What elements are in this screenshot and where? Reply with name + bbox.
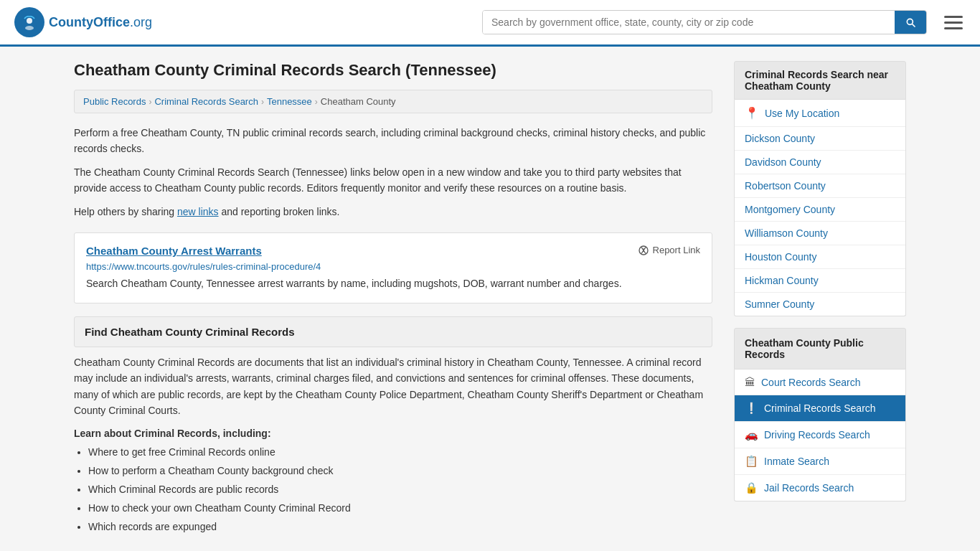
nearby-counties-list: 📍 Use My Location Dickson County Davidso… [734,100,906,316]
sidebar-link-court-records[interactable]: 🏛 Court Records Search [735,369,905,395]
menu-button[interactable] [941,13,966,32]
site-header: CountyOffice.org [0,0,980,47]
nearby-county-link[interactable]: Montgomery County [735,198,905,222]
inmate-icon: 📋 [745,455,758,468]
body-paragraph: Cheatham County Criminal Records are doc… [74,354,712,419]
breadcrumb: Public Records › Criminal Records Search… [74,90,712,113]
location-icon: 📍 [745,106,759,120]
report-link-button[interactable]: Report Link [638,245,700,256]
intro-paragraph-1: Perform a free Cheatham County, TN publi… [74,125,712,157]
sidebar-link-label: Criminal Records Search [764,402,876,414]
breadcrumb-sep: › [261,97,264,107]
list-item: Where to get free Criminal Records onlin… [88,445,712,460]
sidebar-link-label: Court Records Search [761,377,861,388]
breadcrumb-sep: › [149,97,151,107]
new-links-link[interactable]: new links [177,206,219,217]
public-records-section-title: Cheatham County Public Records [734,328,906,369]
svg-point-1 [27,18,32,24]
link-card-header: Cheatham County Arrest Warrants Report L… [86,245,700,257]
nearby-county-link[interactable]: Dickson County [735,127,905,151]
link-card-title[interactable]: Cheatham County Arrest Warrants [86,245,262,257]
breadcrumb-sep: › [315,97,318,107]
menu-line [944,27,963,29]
court-icon: 🏛 [745,376,755,388]
link-card: Cheatham County Arrest Warrants Report L… [74,232,712,303]
intro3-suffix: and reporting broken links. [219,206,340,217]
bullet-list: Where to get free Criminal Records onlin… [74,445,712,534]
nearby-county-link[interactable]: Davidson County [735,151,905,174]
report-link-label: Report Link [653,245,700,255]
intro-paragraph-2: The Cheatham County Criminal Records Sea… [74,164,712,197]
menu-line [944,16,963,18]
intro3-prefix: Help others by sharing [74,206,177,217]
sidebar-link-driving-records[interactable]: 🚗 Driving Records Search [735,422,905,448]
link-card-url[interactable]: https://www.tncourts.gov/rules/rules-cri… [86,261,700,272]
menu-line [944,22,963,24]
breadcrumb-tennessee[interactable]: Tennessee [267,96,312,107]
logo-text: CountyOffice.org [49,15,152,30]
nearby-county-link[interactable]: Houston County [735,245,905,269]
site-logo[interactable]: CountyOffice.org [14,7,152,37]
sidebar-link-inmate-search[interactable]: 📋 Inmate Search [735,448,905,475]
breadcrumb-current: Cheatham County [321,96,396,107]
svg-point-2 [25,26,34,30]
jail-icon: 🔒 [745,481,758,494]
sidebar-link-label: Inmate Search [764,456,829,467]
sidebar-link-label: Jail Records Search [764,482,854,494]
search-button[interactable] [895,11,926,34]
search-bar [482,10,927,34]
logo-icon [14,7,44,37]
list-item: How to perform a Cheatham County backgro… [88,463,712,479]
search-input[interactable] [483,11,895,34]
report-icon [638,245,649,256]
nearby-county-link[interactable]: Hickman County [735,269,905,293]
sidebar-link-jail-records[interactable]: 🔒 Jail Records Search [735,475,905,501]
learn-heading: Learn about Criminal Records, including: [74,428,712,439]
use-location-button[interactable]: 📍 Use My Location [735,100,905,127]
breadcrumb-criminal-records[interactable]: Criminal Records Search [154,96,258,107]
nearby-county-link[interactable]: Robertson County [735,174,905,198]
intro-paragraph-3: Help others by sharing new links and rep… [74,204,712,220]
sidebar-link-criminal-records[interactable]: ❕ Criminal Records Search [735,395,905,422]
page-title: Cheatham County Criminal Records Search … [74,61,712,80]
section-heading: Find Cheatham County Criminal Records [74,316,712,347]
link-card-desc: Search Cheatham County, Tennessee arrest… [86,276,700,291]
driving-icon: 🚗 [745,428,758,441]
breadcrumb-public-records[interactable]: Public Records [83,96,146,107]
use-location-label: Use My Location [765,108,839,119]
main-content: Cheatham County Criminal Records Search … [74,61,712,538]
nearby-county-link[interactable]: Sumner County [735,293,905,316]
list-item: Which records are expunged [88,519,712,534]
nearby-section-title: Criminal Records Search near Cheatham Co… [734,61,906,100]
list-item: How to check your own Cheatham County Cr… [88,501,712,516]
page-container: Cheatham County Criminal Records Search … [60,47,920,551]
nearby-county-link[interactable]: Williamson County [735,222,905,245]
list-item: Which Criminal Records are public record… [88,482,712,497]
criminal-icon: ❕ [745,402,758,415]
sidebar: Criminal Records Search near Cheatham Co… [734,61,906,538]
sidebar-link-label: Driving Records Search [764,429,870,441]
public-records-links: 🏛 Court Records Search ❕ Criminal Record… [734,369,906,501]
